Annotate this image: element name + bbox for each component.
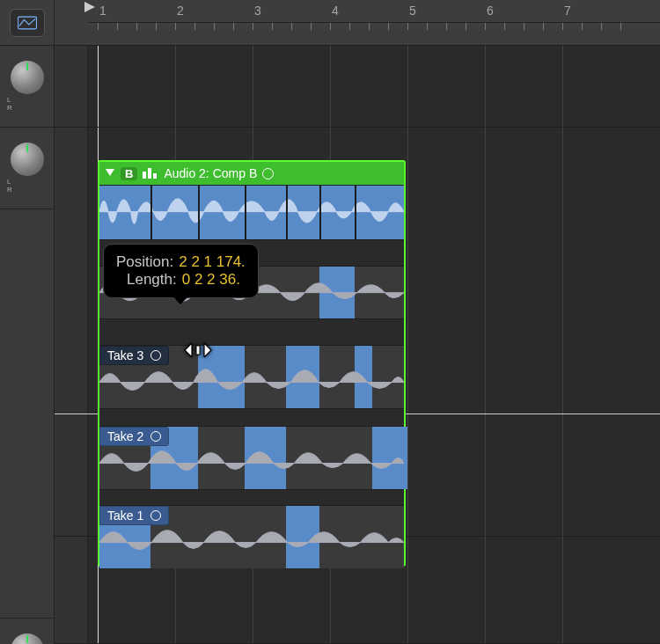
take-lane-1[interactable]: Take 1: [99, 505, 404, 568]
take-lane-2[interactable]: Take 2: [99, 426, 404, 489]
pan-knob[interactable]: [11, 61, 44, 94]
tooltip-length-label: Length:: [127, 271, 177, 288]
take-gap: [99, 408, 404, 426]
track-lane[interactable]: [55, 46, 660, 128]
tracks-area[interactable]: B Audio 2: Comp B: [55, 46, 660, 644]
pan-knob[interactable]: [11, 143, 44, 176]
ruler-number: 4: [332, 4, 339, 18]
take-name: Take 3: [107, 348, 143, 362]
take-lane-3[interactable]: Take 3: [99, 345, 404, 408]
pan-knob[interactable]: [11, 633, 44, 644]
left-top-cell: [0, 0, 54, 46]
take-name: Take 1: [107, 509, 143, 523]
ruler-bars[interactable]: 1 2 3 4 5 6 7: [88, 0, 660, 23]
loop-indicator-icon[interactable]: [262, 168, 274, 179]
loop-indicator-icon: [150, 431, 161, 442]
resize-cursor-icon: [183, 340, 213, 363]
comp-lane[interactable]: [99, 185, 404, 239]
track-spacer: [0, 209, 54, 618]
svg-rect-3: [196, 346, 200, 355]
comp-letter-badge[interactable]: B: [121, 167, 137, 180]
pan-knob-cell-3: L R: [0, 618, 54, 644]
tooltip-length-value: 0 2 2 36.: [182, 271, 240, 288]
ruler-number: 6: [487, 4, 494, 18]
comp-region[interactable]: B Audio 2: Comp B: [98, 160, 406, 567]
take-gap: [99, 318, 404, 345]
ruler-number: 3: [254, 4, 261, 18]
ruler-number: 1: [99, 4, 106, 18]
automation-view-button[interactable]: [10, 9, 45, 37]
pan-knob-cell-1: L R: [0, 46, 54, 128]
ruler-beats[interactable]: [88, 23, 660, 46]
lr-label: L R: [0, 178, 54, 194]
loop-indicator-icon: [150, 350, 161, 361]
automation-view-icon: [18, 16, 37, 30]
disclosure-triangle-icon[interactable]: [105, 166, 115, 180]
position-tooltip: Position:2 2 1 174. Length:0 2 2 36.: [103, 244, 259, 298]
ruler-number: 5: [409, 4, 416, 18]
tooltip-position-value: 2 2 1 174.: [179, 253, 246, 270]
take-gap: [99, 489, 404, 505]
take-label[interactable]: Take 2: [99, 427, 169, 446]
comp-title: Audio 2: Comp B: [164, 166, 257, 180]
pan-knob-cell-2: L R: [0, 128, 54, 209]
ruler-number: 7: [564, 4, 571, 18]
left-panel: L R L R L R: [0, 0, 55, 644]
comp-segments-icon: [143, 168, 158, 179]
svg-marker-2: [106, 169, 114, 176]
comp-region-header[interactable]: B Audio 2: Comp B: [99, 162, 404, 185]
ruler-number: 2: [177, 4, 184, 18]
timeline-ruler[interactable]: 1 2 3 4 5 6 7: [55, 0, 660, 46]
loop-indicator-icon: [150, 510, 161, 521]
waveform: [99, 186, 404, 238]
take-name: Take 2: [107, 429, 143, 443]
tooltip-position-label: Position:: [116, 253, 173, 270]
app-root: { "ruler": { "numbers": ["1","2","3","4"…: [0, 0, 660, 644]
take-label[interactable]: Take 1: [99, 506, 169, 525]
lr-label: L R: [0, 96, 54, 112]
take-label[interactable]: Take 3: [99, 346, 169, 365]
